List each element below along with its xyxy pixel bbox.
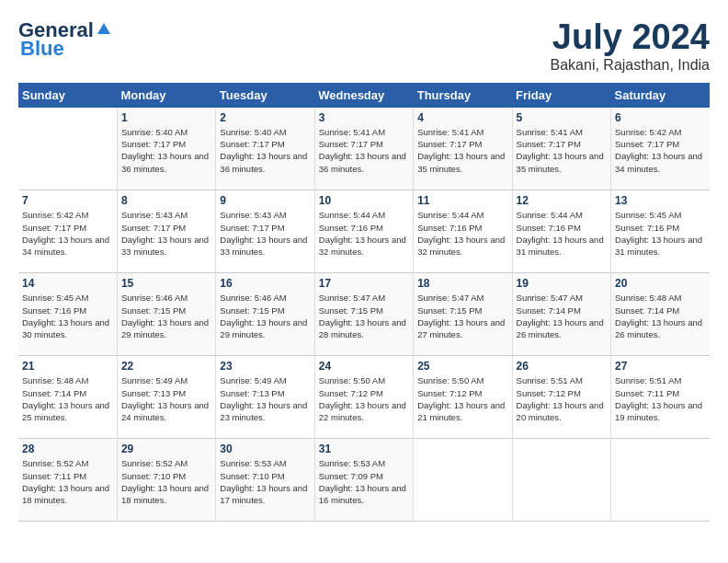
day-detail: Sunrise: 5:51 AMSunset: 7:11 PMDaylight:…	[615, 374, 706, 423]
day-detail: Sunrise: 5:45 AMSunset: 7:16 PMDaylight:…	[22, 292, 113, 340]
day-number: 22	[121, 360, 211, 373]
day-number: 6	[615, 111, 706, 124]
day-detail: Sunrise: 5:53 AMSunset: 7:09 PMDaylight:…	[319, 457, 409, 506]
logo-arrow-icon	[96, 21, 112, 41]
day-detail: Sunrise: 5:42 AMSunset: 7:17 PMDaylight:…	[22, 209, 113, 258]
day-number: 30	[220, 442, 310, 455]
day-number: 15	[121, 277, 211, 290]
svg-marker-0	[97, 23, 110, 34]
day-number: 17	[319, 277, 409, 290]
day-cell: 11Sunrise: 5:44 AMSunset: 7:16 PMDayligh…	[414, 190, 512, 273]
day-cell: 21Sunrise: 5:48 AMSunset: 7:14 PMDayligh…	[18, 356, 117, 439]
day-cell: 18Sunrise: 5:47 AMSunset: 7:15 PMDayligh…	[414, 273, 512, 356]
week-row-4: 21Sunrise: 5:48 AMSunset: 7:14 PMDayligh…	[18, 356, 710, 439]
day-number: 28	[22, 442, 113, 455]
day-cell: 3Sunrise: 5:41 AMSunset: 7:17 PMDaylight…	[314, 108, 413, 190]
day-cell	[414, 439, 512, 522]
day-cell: 13Sunrise: 5:45 AMSunset: 7:16 PMDayligh…	[611, 190, 710, 273]
day-number: 29	[121, 442, 211, 455]
day-number: 7	[22, 194, 113, 207]
day-cell: 14Sunrise: 5:45 AMSunset: 7:16 PMDayligh…	[18, 273, 117, 356]
day-detail: Sunrise: 5:51 AMSunset: 7:12 PMDaylight:…	[517, 374, 607, 423]
day-detail: Sunrise: 5:47 AMSunset: 7:15 PMDaylight:…	[319, 292, 409, 340]
day-detail: Sunrise: 5:48 AMSunset: 7:14 PMDaylight:…	[22, 374, 113, 423]
day-cell: 27Sunrise: 5:51 AMSunset: 7:11 PMDayligh…	[611, 356, 710, 439]
logo-blue: Blue	[18, 37, 64, 61]
day-cell: 28Sunrise: 5:52 AMSunset: 7:11 PMDayligh…	[18, 439, 117, 522]
day-cell: 23Sunrise: 5:49 AMSunset: 7:13 PMDayligh…	[216, 356, 314, 439]
day-number: 19	[517, 277, 607, 290]
day-cell: 12Sunrise: 5:44 AMSunset: 7:16 PMDayligh…	[512, 190, 610, 273]
day-cell: 24Sunrise: 5:50 AMSunset: 7:12 PMDayligh…	[314, 356, 413, 439]
day-number: 27	[615, 360, 706, 373]
day-detail: Sunrise: 5:40 AMSunset: 7:17 PMDaylight:…	[220, 126, 310, 175]
day-number: 3	[319, 111, 409, 124]
logo: General Blue	[18, 18, 112, 61]
day-cell: 22Sunrise: 5:49 AMSunset: 7:13 PMDayligh…	[117, 356, 215, 439]
day-cell: 20Sunrise: 5:48 AMSunset: 7:14 PMDayligh…	[611, 273, 710, 356]
day-detail: Sunrise: 5:44 AMSunset: 7:16 PMDaylight:…	[517, 209, 607, 258]
day-detail: Sunrise: 5:46 AMSunset: 7:15 PMDaylight:…	[121, 292, 211, 340]
day-number: 24	[319, 360, 409, 373]
day-number: 8	[121, 194, 211, 207]
day-number: 14	[22, 277, 113, 290]
header-saturday: Saturday	[611, 83, 710, 108]
header-sunday: Sunday	[18, 83, 117, 108]
day-cell: 4Sunrise: 5:41 AMSunset: 7:17 PMDaylight…	[414, 108, 512, 190]
day-number: 5	[517, 111, 607, 124]
day-number: 11	[417, 194, 507, 207]
header-monday: Monday	[117, 83, 215, 108]
week-row-1: 1Sunrise: 5:40 AMSunset: 7:17 PMDaylight…	[18, 108, 710, 190]
day-detail: Sunrise: 5:52 AMSunset: 7:10 PMDaylight:…	[121, 457, 211, 506]
day-cell: 10Sunrise: 5:44 AMSunset: 7:16 PMDayligh…	[314, 190, 413, 273]
day-detail: Sunrise: 5:41 AMSunset: 7:17 PMDaylight:…	[517, 126, 607, 175]
day-number: 31	[319, 442, 409, 455]
day-detail: Sunrise: 5:46 AMSunset: 7:15 PMDaylight:…	[220, 292, 310, 340]
week-row-5: 28Sunrise: 5:52 AMSunset: 7:11 PMDayligh…	[18, 439, 710, 522]
calendar-table: SundayMondayTuesdayWednesdayThursdayFrid…	[18, 83, 710, 523]
location: Bakani, Rajasthan, India	[551, 57, 710, 74]
day-number: 1	[121, 111, 211, 124]
day-number: 18	[417, 277, 507, 290]
day-detail: Sunrise: 5:42 AMSunset: 7:17 PMDaylight:…	[615, 126, 706, 175]
day-cell	[18, 108, 117, 190]
day-cell	[512, 439, 610, 522]
header-wednesday: Wednesday	[314, 83, 413, 108]
day-detail: Sunrise: 5:50 AMSunset: 7:12 PMDaylight:…	[319, 374, 409, 423]
month-title: July 2024	[551, 18, 710, 57]
day-cell: 26Sunrise: 5:51 AMSunset: 7:12 PMDayligh…	[512, 356, 610, 439]
day-number: 10	[319, 194, 409, 207]
header-friday: Friday	[512, 83, 610, 108]
day-number: 2	[220, 111, 310, 124]
day-detail: Sunrise: 5:41 AMSunset: 7:17 PMDaylight:…	[319, 126, 409, 175]
day-detail: Sunrise: 5:44 AMSunset: 7:16 PMDaylight:…	[417, 209, 507, 258]
day-number: 21	[22, 360, 113, 373]
day-number: 16	[220, 277, 310, 290]
day-cell: 15Sunrise: 5:46 AMSunset: 7:15 PMDayligh…	[117, 273, 215, 356]
day-cell: 16Sunrise: 5:46 AMSunset: 7:15 PMDayligh…	[216, 273, 314, 356]
day-number: 13	[615, 194, 706, 207]
day-cell: 9Sunrise: 5:43 AMSunset: 7:17 PMDaylight…	[216, 190, 314, 273]
day-detail: Sunrise: 5:43 AMSunset: 7:17 PMDaylight:…	[220, 209, 310, 258]
day-detail: Sunrise: 5:49 AMSunset: 7:13 PMDaylight:…	[121, 374, 211, 423]
day-detail: Sunrise: 5:47 AMSunset: 7:15 PMDaylight:…	[417, 292, 507, 340]
day-detail: Sunrise: 5:48 AMSunset: 7:14 PMDaylight:…	[615, 292, 706, 340]
day-number: 9	[220, 194, 310, 207]
day-number: 26	[517, 360, 607, 373]
day-cell: 8Sunrise: 5:43 AMSunset: 7:17 PMDaylight…	[117, 190, 215, 273]
day-cell: 31Sunrise: 5:53 AMSunset: 7:09 PMDayligh…	[314, 439, 413, 522]
day-detail: Sunrise: 5:43 AMSunset: 7:17 PMDaylight:…	[121, 209, 211, 258]
day-cell: 6Sunrise: 5:42 AMSunset: 7:17 PMDaylight…	[611, 108, 710, 190]
day-detail: Sunrise: 5:45 AMSunset: 7:16 PMDaylight:…	[615, 209, 706, 258]
day-cell: 30Sunrise: 5:53 AMSunset: 7:10 PMDayligh…	[216, 439, 314, 522]
day-cell: 19Sunrise: 5:47 AMSunset: 7:14 PMDayligh…	[512, 273, 610, 356]
day-cell: 1Sunrise: 5:40 AMSunset: 7:17 PMDaylight…	[117, 108, 215, 190]
day-detail: Sunrise: 5:50 AMSunset: 7:12 PMDaylight:…	[417, 374, 507, 423]
title-section: July 2024 Bakani, Rajasthan, India	[551, 18, 710, 74]
calendar-header-row: SundayMondayTuesdayWednesdayThursdayFrid…	[18, 83, 710, 108]
day-detail: Sunrise: 5:44 AMSunset: 7:16 PMDaylight:…	[319, 209, 409, 258]
week-row-3: 14Sunrise: 5:45 AMSunset: 7:16 PMDayligh…	[18, 273, 710, 356]
day-cell: 5Sunrise: 5:41 AMSunset: 7:17 PMDaylight…	[512, 108, 610, 190]
day-number: 23	[220, 360, 310, 373]
day-detail: Sunrise: 5:53 AMSunset: 7:10 PMDaylight:…	[220, 457, 310, 506]
